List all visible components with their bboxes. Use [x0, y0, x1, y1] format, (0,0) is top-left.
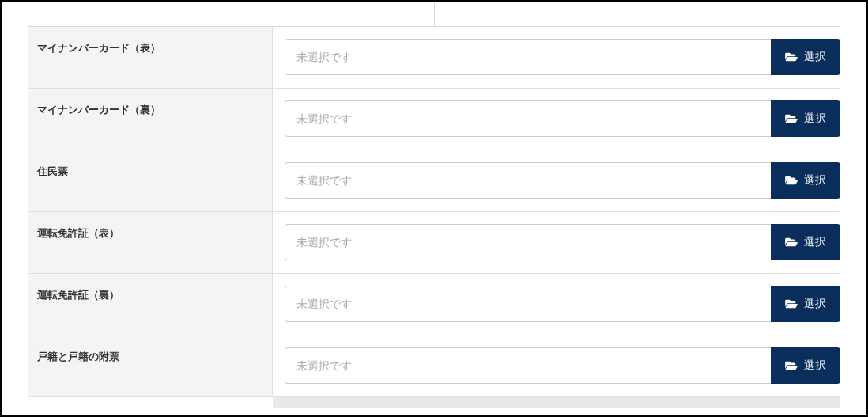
select-button-label: 選択: [804, 358, 826, 373]
input-cell: 未選択です 選択: [273, 89, 840, 150]
select-button-label: 選択: [804, 235, 826, 249]
select-button-koseki[interactable]: 選択: [771, 347, 840, 384]
folder-open-icon: [785, 113, 798, 124]
upload-row-mynumber-back: マイナンバーカード（裏） 未選択です 選択: [28, 89, 840, 150]
select-button-label: 選択: [804, 173, 826, 188]
label-license-front: 運転免許証（表）: [28, 212, 273, 273]
folder-open-icon: [785, 298, 798, 309]
select-button-label: 選択: [804, 297, 826, 311]
file-input-mynumber-back[interactable]: 未選択です: [285, 100, 771, 137]
upload-row-license-front: 運転免許証（表） 未選択です 選択: [28, 212, 840, 274]
input-cell: 未選択です 選択: [273, 274, 840, 335]
bottom-bar: [273, 397, 840, 408]
select-button-mynumber-front[interactable]: 選択: [771, 39, 840, 75]
upload-row-mynumber-front: マイナンバーカード（表） 未選択です 選択: [28, 27, 840, 89]
upload-row-juminhyo: 住民票 未選択です 選択: [28, 150, 840, 212]
select-button-license-front[interactable]: 選択: [771, 224, 840, 260]
top-empty-row: [2, 2, 866, 27]
top-cell-right: [435, 2, 841, 27]
file-input-license-front[interactable]: 未選択です: [285, 224, 771, 260]
top-cell-left: [28, 2, 435, 27]
label-mynumber-front: マイナンバーカード（表）: [28, 27, 273, 88]
upload-row-license-back: 運転免許証（裏） 未選択です 選択: [28, 274, 840, 335]
folder-open-icon: [785, 51, 798, 63]
select-button-license-back[interactable]: 選択: [771, 286, 840, 322]
input-cell: 未選択です 選択: [273, 27, 840, 88]
folder-open-icon: [785, 237, 798, 248]
label-mynumber-back: マイナンバーカード（裏）: [28, 89, 273, 150]
input-cell: 未選択です 選択: [273, 150, 840, 211]
select-button-mynumber-back[interactable]: 選択: [771, 100, 840, 137]
file-input-juminhyo[interactable]: 未選択です: [285, 162, 771, 199]
label-license-back: 運転免許証（裏）: [28, 274, 273, 335]
input-cell: 未選択です 選択: [273, 335, 840, 396]
upload-row-koseki: 戸籍と戸籍の附票 未選択です 選択: [28, 335, 840, 397]
label-juminhyo: 住民票: [28, 150, 273, 211]
folder-open-icon: [785, 360, 798, 371]
file-input-license-back[interactable]: 未選択です: [285, 286, 771, 322]
label-koseki: 戸籍と戸籍の附票: [28, 335, 273, 396]
folder-open-icon: [785, 175, 798, 186]
select-button-label: 選択: [804, 112, 826, 126]
select-button-juminhyo[interactable]: 選択: [771, 162, 840, 199]
file-input-koseki[interactable]: 未選択です: [285, 347, 771, 384]
input-cell: 未選択です 選択: [273, 212, 840, 273]
file-input-mynumber-front[interactable]: 未選択です: [285, 39, 771, 75]
select-button-label: 選択: [804, 50, 826, 64]
